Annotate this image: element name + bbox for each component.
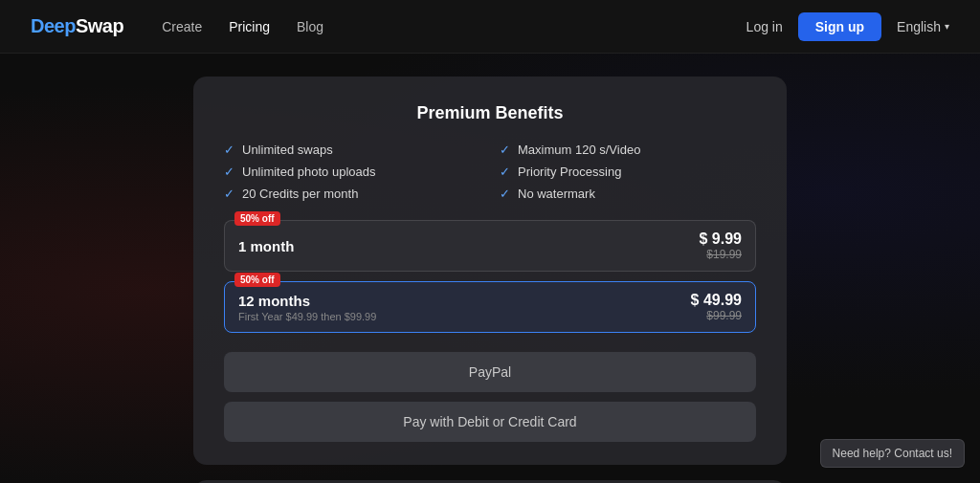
check-icon: ✓ bbox=[500, 143, 510, 157]
benefit-item: ✓ Unlimited swaps bbox=[224, 143, 480, 157]
benefit-item: ✓ Priority Processing bbox=[500, 165, 756, 179]
paypal-button[interactable]: PayPal bbox=[224, 352, 756, 392]
check-icon: ✓ bbox=[500, 187, 510, 201]
benefit-label: Maximum 120 s/Video bbox=[518, 143, 640, 157]
logo[interactable]: DeepSwap bbox=[31, 15, 123, 37]
login-button[interactable]: Log in bbox=[746, 19, 783, 34]
language-label: English bbox=[897, 19, 941, 34]
pricing-right: $ 9.99 $19.99 bbox=[700, 231, 742, 261]
nav-link-pricing[interactable]: Pricing bbox=[229, 19, 270, 34]
language-selector[interactable]: English ▾ bbox=[897, 19, 949, 34]
chevron-down-icon: ▾ bbox=[945, 21, 949, 32]
nav-right: Log in Sign up English ▾ bbox=[746, 12, 949, 41]
premium-title: Premium Benefits bbox=[224, 103, 756, 123]
pricing-name-1month: 1 month bbox=[238, 238, 294, 254]
benefit-item: ✓ Unlimited photo uploads bbox=[224, 165, 480, 179]
premium-benefits-card: Premium Benefits ✓ Unlimited swaps ✓ Max… bbox=[193, 77, 787, 465]
pricing-original-12months: $99.99 bbox=[706, 309, 742, 322]
benefit-label: Priority Processing bbox=[518, 165, 621, 179]
logo-text: DeepSwap bbox=[31, 15, 123, 36]
benefit-item: ✓ Maximum 120 s/Video bbox=[500, 143, 756, 157]
pricing-option-1month[interactable]: 50% off 1 month $ 9.99 $19.99 bbox=[224, 220, 756, 272]
nav-link-create[interactable]: Create bbox=[162, 19, 202, 34]
benefit-label: Unlimited swaps bbox=[242, 143, 333, 157]
card-payment-button[interactable]: Pay with Debit or Credit Card bbox=[224, 402, 756, 442]
pricing-subtitle-12months: First Year $49.99 then $99.99 bbox=[238, 311, 376, 322]
nav-link-blog[interactable]: Blog bbox=[297, 19, 323, 34]
check-icon: ✓ bbox=[224, 187, 234, 201]
benefit-label: No watermark bbox=[518, 187, 595, 201]
pricing-option-12months[interactable]: 50% off 12 months First Year $49.99 then… bbox=[224, 281, 756, 333]
check-icon: ✓ bbox=[224, 165, 234, 179]
navbar: DeepSwap Create Pricing Blog Log in Sign… bbox=[0, 0, 980, 54]
benefit-label: 20 Credits per month bbox=[242, 187, 358, 201]
nav-links: Create Pricing Blog bbox=[162, 19, 746, 34]
discount-badge-12months: 50% off bbox=[234, 273, 280, 287]
discount-badge-1month: 50% off bbox=[234, 211, 280, 226]
check-icon: ✓ bbox=[500, 165, 510, 179]
pricing-left: 12 months First Year $49.99 then $99.99 bbox=[238, 293, 376, 322]
pricing-original-1month: $19.99 bbox=[706, 248, 742, 261]
pricing-right: $ 49.99 $99.99 bbox=[691, 292, 742, 322]
pricing-price-1month: $ 9.99 bbox=[700, 231, 742, 248]
benefit-label: Unlimited photo uploads bbox=[242, 165, 375, 179]
main-content: Premium Benefits ✓ Unlimited swaps ✓ Max… bbox=[0, 54, 980, 483]
pricing-price-12months: $ 49.99 bbox=[691, 292, 742, 309]
check-icon: ✓ bbox=[224, 143, 234, 157]
signup-button[interactable]: Sign up bbox=[798, 12, 881, 41]
pricing-option-header: 1 month $ 9.99 $19.99 bbox=[238, 231, 742, 261]
pricing-name-12months: 12 months bbox=[238, 293, 376, 309]
pricing-left: 1 month bbox=[238, 238, 294, 254]
benefit-item: ✓ No watermark bbox=[500, 187, 756, 201]
benefit-item: ✓ 20 Credits per month bbox=[224, 187, 480, 201]
help-button[interactable]: Need help? Contact us! bbox=[820, 439, 965, 468]
benefits-grid: ✓ Unlimited swaps ✓ Maximum 120 s/Video … bbox=[224, 143, 756, 201]
pricing-option-header: 12 months First Year $49.99 then $99.99 … bbox=[238, 292, 742, 322]
